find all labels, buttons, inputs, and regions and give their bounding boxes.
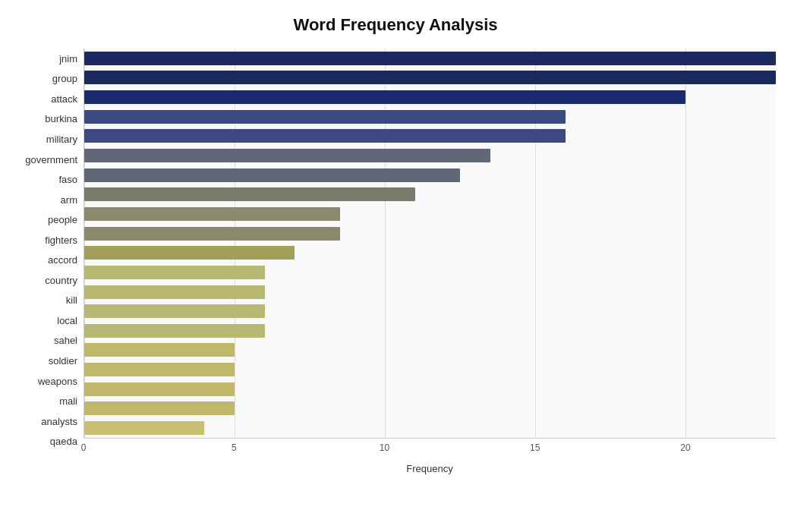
bar-government xyxy=(84,149,490,162)
y-label-arm: arm xyxy=(61,191,77,208)
bar-row xyxy=(84,420,776,436)
bar-row xyxy=(84,225,776,242)
bar-row xyxy=(84,69,776,86)
bar-row xyxy=(84,284,776,301)
bar-row xyxy=(84,244,776,261)
x-tick: 15 xyxy=(528,442,543,453)
chart-container: Word Frequency Analysis jnimgroupattackb… xyxy=(0,0,791,532)
y-label-soldier: soldier xyxy=(49,352,77,369)
bar-row xyxy=(84,303,776,320)
x-tick: 10 xyxy=(377,442,392,453)
bar-row xyxy=(84,147,776,164)
bar-attack xyxy=(84,90,685,104)
bar-mali xyxy=(84,382,235,396)
y-label-qaeda: qaeda xyxy=(50,433,77,450)
x-tick: 20 xyxy=(678,442,693,453)
bar-soldier xyxy=(84,343,235,357)
bar-people xyxy=(84,207,340,221)
grid-line xyxy=(84,49,85,438)
x-tick: 5 xyxy=(226,442,241,453)
y-label-weapons: weapons xyxy=(38,373,77,389)
y-axis: jnimgroupattackburkinamilitarygovernment… xyxy=(15,49,84,474)
bar-kill xyxy=(84,285,265,299)
bar-row xyxy=(84,323,776,339)
bar-row xyxy=(84,400,776,417)
bar-row xyxy=(84,50,776,67)
y-label-burkina: burkina xyxy=(45,111,77,127)
bar-row xyxy=(84,167,776,184)
x-axis: 05101520 xyxy=(84,439,776,461)
bar-weapons xyxy=(84,363,235,376)
x-tick: 0 xyxy=(76,442,91,453)
bar-arm xyxy=(84,187,415,201)
y-label-government: government xyxy=(25,151,77,168)
chart-title: Word Frequency Analysis xyxy=(15,15,776,35)
y-label-military: military xyxy=(46,131,77,147)
y-label-attack: attack xyxy=(51,90,77,107)
bars-wrapper: 05101520 Frequency xyxy=(84,49,776,474)
bar-faso xyxy=(84,168,460,182)
bar-row xyxy=(84,342,776,358)
bar-sahel xyxy=(84,324,265,338)
bar-row xyxy=(84,109,776,125)
y-label-people: people xyxy=(48,212,77,228)
bars-inner xyxy=(84,49,776,439)
y-label-analysts: analysts xyxy=(41,413,77,430)
y-label-country: country xyxy=(45,272,77,288)
y-label-kill: kill xyxy=(66,292,77,309)
grid-line xyxy=(235,49,235,438)
bar-group xyxy=(84,71,776,84)
bar-row xyxy=(84,264,776,281)
bar-row xyxy=(84,381,776,398)
bar-country xyxy=(84,266,265,279)
bar-row xyxy=(84,127,776,144)
bar-row xyxy=(84,361,776,378)
y-label-sahel: sahel xyxy=(54,332,77,349)
y-label-accord: accord xyxy=(48,252,77,269)
grid-line xyxy=(535,49,536,438)
bar-local xyxy=(84,304,265,318)
bar-fighters xyxy=(84,227,340,241)
bar-analysts xyxy=(84,401,235,415)
bar-military xyxy=(84,129,566,143)
bar-row xyxy=(84,186,776,203)
y-label-faso: faso xyxy=(58,172,77,188)
bar-qaeda xyxy=(84,421,204,435)
bar-jnim xyxy=(84,52,776,65)
bar-row xyxy=(84,206,776,222)
grid-line xyxy=(685,49,686,438)
y-label-fighters: fighters xyxy=(45,231,77,248)
grid-line xyxy=(385,49,386,438)
bar-row xyxy=(84,89,776,105)
y-label-mali: mali xyxy=(59,393,77,410)
y-label-group: group xyxy=(52,71,77,87)
chart-area: jnimgroupattackburkinamilitarygovernment… xyxy=(15,49,776,474)
bar-accord xyxy=(84,246,295,260)
bar-burkina xyxy=(84,110,566,124)
y-label-jnim: jnim xyxy=(59,50,77,67)
x-axis-label: Frequency xyxy=(84,463,776,474)
y-label-local: local xyxy=(57,312,77,329)
